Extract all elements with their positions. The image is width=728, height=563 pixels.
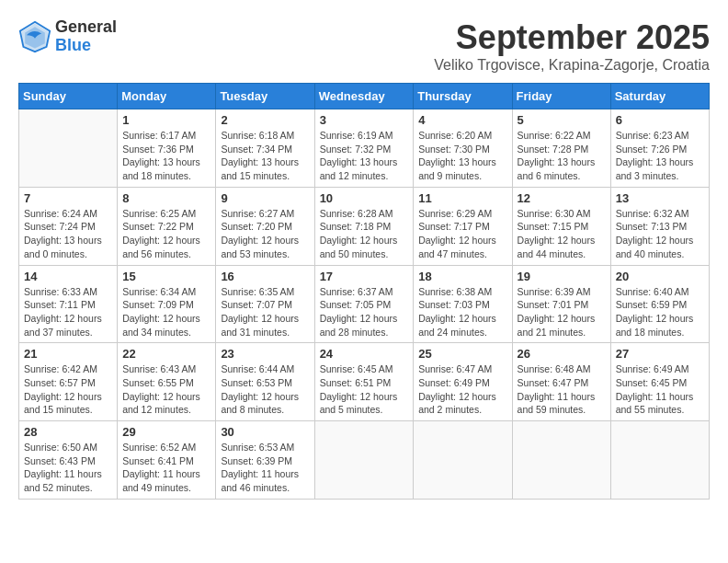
day-number: 30	[221, 425, 309, 439]
day-number: 3	[320, 113, 409, 127]
day-number: 5	[518, 113, 606, 127]
calendar-cell: 8Sunrise: 6:25 AM Sunset: 7:22 PM Daylig…	[118, 187, 216, 265]
calendar-cell: 2Sunrise: 6:18 AM Sunset: 7:34 PM Daylig…	[216, 109, 314, 188]
calendar-cell: 27Sunrise: 6:49 AM Sunset: 6:45 PM Dayli…	[610, 343, 709, 421]
day-number: 8	[122, 191, 210, 205]
day-info: Sunrise: 6:37 AM Sunset: 7:05 PM Dayligh…	[320, 285, 409, 339]
day-info: Sunrise: 6:19 AM Sunset: 7:32 PM Dayligh…	[320, 129, 409, 183]
calendar-cell: 26Sunrise: 6:48 AM Sunset: 6:47 PM Dayli…	[512, 343, 610, 421]
calendar-cell: 29Sunrise: 6:52 AM Sunset: 6:41 PM Dayli…	[118, 421, 216, 500]
calendar-cell	[414, 421, 512, 500]
day-info: Sunrise: 6:24 AM Sunset: 7:24 PM Dayligh…	[24, 207, 112, 261]
day-info: Sunrise: 6:42 AM Sunset: 6:57 PM Dayligh…	[24, 362, 112, 417]
day-info: Sunrise: 6:34 AM Sunset: 7:09 PM Dayligh…	[122, 285, 210, 339]
calendar-cell	[512, 421, 610, 500]
calendar-header-row: SundayMondayTuesdayWednesdayThursdayFrid…	[19, 84, 710, 109]
day-info: Sunrise: 6:38 AM Sunset: 7:03 PM Dayligh…	[418, 285, 506, 339]
calendar-cell: 28Sunrise: 6:50 AM Sunset: 6:43 PM Dayli…	[19, 421, 118, 500]
logo: General Blue	[18, 18, 117, 55]
day-info: Sunrise: 6:28 AM Sunset: 7:18 PM Dayligh…	[320, 207, 409, 261]
calendar-cell: 3Sunrise: 6:19 AM Sunset: 7:32 PM Daylig…	[314, 109, 414, 188]
weekday-header-friday: Friday	[512, 84, 610, 109]
day-number: 7	[24, 191, 112, 205]
day-info: Sunrise: 6:27 AM Sunset: 7:20 PM Dayligh…	[221, 207, 309, 261]
month-title: September 2025	[434, 18, 710, 57]
calendar-cell: 16Sunrise: 6:35 AM Sunset: 7:07 PM Dayli…	[216, 265, 314, 343]
calendar-cell: 22Sunrise: 6:43 AM Sunset: 6:55 PM Dayli…	[118, 343, 216, 421]
day-number: 16	[221, 270, 309, 283]
day-info: Sunrise: 6:17 AM Sunset: 7:36 PM Dayligh…	[122, 129, 210, 183]
day-info: Sunrise: 6:35 AM Sunset: 7:07 PM Dayligh…	[221, 285, 309, 339]
day-info: Sunrise: 6:32 AM Sunset: 7:13 PM Dayligh…	[616, 207, 704, 261]
day-number: 20	[616, 270, 704, 283]
day-number: 17	[320, 270, 409, 283]
day-info: Sunrise: 6:53 AM Sunset: 6:39 PM Dayligh…	[221, 441, 309, 495]
day-number: 24	[320, 347, 409, 361]
calendar-cell: 12Sunrise: 6:30 AM Sunset: 7:15 PM Dayli…	[512, 187, 610, 265]
day-number: 22	[122, 347, 210, 361]
day-info: Sunrise: 6:48 AM Sunset: 6:47 PM Dayligh…	[518, 362, 606, 417]
day-number: 4	[418, 113, 506, 127]
day-number: 6	[616, 113, 704, 127]
logo-general-text: General	[55, 17, 117, 36]
page-header: General Blue September 2025 Veliko Trgov…	[18, 18, 710, 74]
logo-blue-text: Blue	[55, 36, 91, 54]
day-number: 13	[616, 191, 704, 205]
day-info: Sunrise: 6:22 AM Sunset: 7:28 PM Dayligh…	[518, 129, 606, 183]
calendar-cell	[19, 109, 118, 188]
day-number: 2	[221, 113, 309, 127]
day-number: 29	[122, 425, 210, 439]
calendar-cell	[610, 421, 709, 500]
calendar-table: SundayMondayTuesdayWednesdayThursdayFrid…	[18, 83, 710, 500]
day-number: 18	[418, 270, 506, 283]
day-number: 14	[24, 270, 112, 283]
calendar-cell: 19Sunrise: 6:39 AM Sunset: 7:01 PM Dayli…	[512, 265, 610, 343]
weekday-header-saturday: Saturday	[610, 84, 709, 109]
day-number: 19	[518, 270, 606, 283]
day-number: 10	[320, 191, 409, 205]
day-info: Sunrise: 6:23 AM Sunset: 7:26 PM Dayligh…	[616, 129, 704, 183]
title-block: September 2025 Veliko Trgovisce, Krapina…	[434, 18, 710, 74]
day-number: 1	[122, 113, 210, 127]
day-info: Sunrise: 6:29 AM Sunset: 7:17 PM Dayligh…	[418, 207, 506, 261]
day-number: 27	[616, 347, 704, 361]
day-number: 9	[221, 191, 309, 205]
day-number: 15	[122, 270, 210, 283]
weekday-header-tuesday: Tuesday	[216, 84, 314, 109]
day-info: Sunrise: 6:49 AM Sunset: 6:45 PM Dayligh…	[616, 362, 704, 417]
calendar-week-row: 1Sunrise: 6:17 AM Sunset: 7:36 PM Daylig…	[19, 109, 710, 188]
calendar-cell: 20Sunrise: 6:40 AM Sunset: 6:59 PM Dayli…	[610, 265, 709, 343]
day-info: Sunrise: 6:45 AM Sunset: 6:51 PM Dayligh…	[320, 362, 409, 417]
day-info: Sunrise: 6:52 AM Sunset: 6:41 PM Dayligh…	[122, 441, 210, 495]
day-info: Sunrise: 6:20 AM Sunset: 7:30 PM Dayligh…	[418, 129, 506, 183]
day-info: Sunrise: 6:33 AM Sunset: 7:11 PM Dayligh…	[24, 285, 112, 339]
logo-icon	[18, 20, 51, 53]
calendar-cell	[314, 421, 414, 500]
calendar-cell: 9Sunrise: 6:27 AM Sunset: 7:20 PM Daylig…	[216, 187, 314, 265]
day-number: 21	[24, 347, 112, 361]
day-info: Sunrise: 6:30 AM Sunset: 7:15 PM Dayligh…	[518, 207, 606, 261]
day-number: 12	[518, 191, 606, 205]
day-info: Sunrise: 6:40 AM Sunset: 6:59 PM Dayligh…	[616, 285, 704, 339]
day-info: Sunrise: 6:25 AM Sunset: 7:22 PM Dayligh…	[122, 207, 210, 261]
calendar-cell: 15Sunrise: 6:34 AM Sunset: 7:09 PM Dayli…	[118, 265, 216, 343]
calendar-cell: 17Sunrise: 6:37 AM Sunset: 7:05 PM Dayli…	[314, 265, 414, 343]
day-number: 26	[518, 347, 606, 361]
calendar-cell: 4Sunrise: 6:20 AM Sunset: 7:30 PM Daylig…	[414, 109, 512, 188]
day-info: Sunrise: 6:39 AM Sunset: 7:01 PM Dayligh…	[518, 285, 606, 339]
day-number: 11	[418, 191, 506, 205]
calendar-cell: 24Sunrise: 6:45 AM Sunset: 6:51 PM Dayli…	[314, 343, 414, 421]
calendar-cell: 25Sunrise: 6:47 AM Sunset: 6:49 PM Dayli…	[414, 343, 512, 421]
calendar-week-row: 28Sunrise: 6:50 AM Sunset: 6:43 PM Dayli…	[19, 421, 710, 500]
calendar-cell: 23Sunrise: 6:44 AM Sunset: 6:53 PM Dayli…	[216, 343, 314, 421]
calendar-week-row: 14Sunrise: 6:33 AM Sunset: 7:11 PM Dayli…	[19, 265, 710, 343]
day-info: Sunrise: 6:47 AM Sunset: 6:49 PM Dayligh…	[418, 362, 506, 417]
calendar-cell: 13Sunrise: 6:32 AM Sunset: 7:13 PM Dayli…	[610, 187, 709, 265]
calendar-cell: 11Sunrise: 6:29 AM Sunset: 7:17 PM Dayli…	[414, 187, 512, 265]
calendar-week-row: 7Sunrise: 6:24 AM Sunset: 7:24 PM Daylig…	[19, 187, 710, 265]
day-info: Sunrise: 6:44 AM Sunset: 6:53 PM Dayligh…	[221, 362, 309, 417]
calendar-cell: 14Sunrise: 6:33 AM Sunset: 7:11 PM Dayli…	[19, 265, 118, 343]
weekday-header-thursday: Thursday	[414, 84, 512, 109]
day-number: 23	[221, 347, 309, 361]
weekday-header-wednesday: Wednesday	[314, 84, 414, 109]
